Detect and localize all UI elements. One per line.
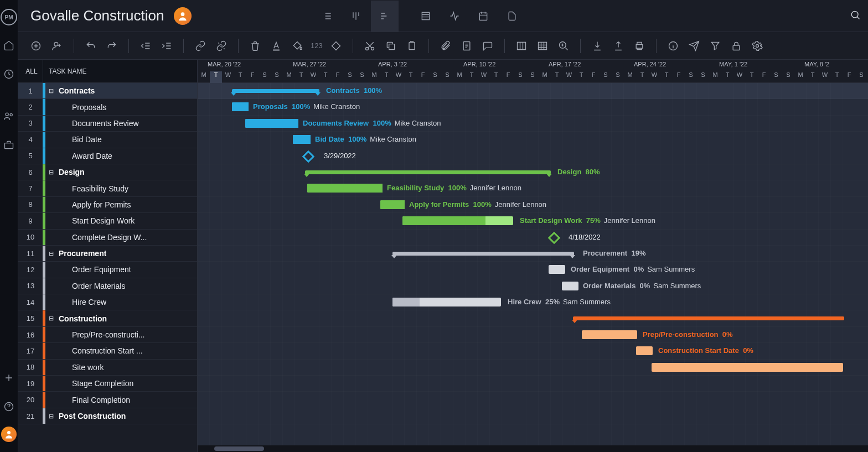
gantt-task-bar[interactable]	[293, 135, 311, 144]
undo-icon[interactable]	[83, 38, 99, 54]
user-avatar-small[interactable]	[1, 427, 17, 442]
gantt-row[interactable]: Feasibility Study 100%Jennifer Lennon	[198, 180, 868, 196]
expand-toggle-icon[interactable]: ⊟	[45, 315, 56, 322]
gantt-task-bar[interactable]	[636, 346, 653, 355]
gantt-row[interactable]: Proposals 100%Mike Cranston	[198, 99, 868, 115]
indent-icon[interactable]	[159, 38, 174, 54]
import-icon[interactable]	[590, 38, 605, 54]
gantt-row[interactable]: Order Materials 0%Sam Summers	[198, 278, 868, 294]
view-activity-icon[interactable]	[441, 1, 468, 32]
gantt-row[interactable]	[198, 392, 868, 408]
gantt-row[interactable]	[198, 376, 868, 392]
gantt-body[interactable]: Contracts 100%Proposals 100%Mike Cransto…	[198, 83, 868, 445]
copy-icon[interactable]	[383, 38, 399, 54]
expand-toggle-icon[interactable]: ⊟	[45, 250, 56, 257]
gantt-task-bar[interactable]	[402, 216, 513, 225]
attach-icon[interactable]	[438, 38, 453, 54]
view-file-icon[interactable]	[498, 1, 526, 32]
task-row[interactable]: 3 Documents Review	[18, 116, 197, 132]
gantt-row[interactable]	[198, 408, 868, 424]
people-icon[interactable]	[0, 107, 18, 125]
search-icon[interactable]	[850, 9, 867, 22]
font-color-icon[interactable]	[268, 38, 284, 54]
gantt-summary-bar[interactable]	[392, 252, 574, 256]
gantt-task-bar[interactable]	[652, 363, 843, 372]
gantt-row[interactable]: Hire Crew 25%Sam Summers	[198, 294, 868, 310]
gantt-task-bar[interactable]	[232, 102, 249, 111]
gantt-row[interactable]	[198, 310, 868, 326]
expand-toggle-icon[interactable]: ⊟	[45, 169, 56, 176]
horizontal-scrollbar[interactable]	[198, 445, 868, 452]
help-icon[interactable]	[0, 398, 18, 415]
redo-icon[interactable]	[104, 38, 120, 54]
task-row[interactable]: 13 Order Materials	[18, 278, 197, 294]
gantt-summary-bar[interactable]	[305, 170, 551, 174]
gantt-summary-bar[interactable]	[232, 89, 319, 93]
columns-icon[interactable]	[514, 38, 529, 54]
col-name[interactable]: TASK NAME	[43, 60, 86, 82]
delete-icon[interactable]	[247, 38, 263, 54]
task-row[interactable]: 2 Proposals	[18, 99, 197, 115]
task-row[interactable]: 20 Final Completion	[18, 392, 197, 408]
gantt-row[interactable]	[198, 360, 868, 376]
task-row[interactable]: 9 Start Design Work	[18, 213, 197, 229]
home-icon[interactable]	[0, 37, 18, 54]
view-list-icon[interactable]	[313, 1, 341, 32]
link-icon[interactable]	[193, 38, 208, 54]
view-sheet-icon[interactable]	[412, 1, 440, 32]
send-icon[interactable]	[686, 38, 702, 54]
gantt-row[interactable]: Order Equipment 0%Sam Summers	[198, 262, 868, 278]
task-row[interactable]: 21 ⊟ Post Construction	[18, 408, 197, 424]
gantt-task-bar[interactable]	[392, 298, 501, 306]
gantt-row[interactable]: Design 80%	[198, 164, 868, 180]
task-row[interactable]: 19 Stage Completion	[18, 376, 197, 392]
gantt-task-bar[interactable]	[562, 282, 578, 290]
add-person-icon[interactable]	[49, 38, 65, 54]
add-task-icon[interactable]	[28, 38, 44, 54]
gantt-row[interactable]: Documents Review 100%Mike Cranston	[198, 116, 868, 132]
grid-icon[interactable]	[535, 38, 550, 54]
gantt-task-bar[interactable]	[549, 265, 565, 274]
fill-icon[interactable]	[290, 38, 305, 54]
gantt-row[interactable]: Bid Date 100%Mike Cranston	[198, 132, 868, 148]
task-row[interactable]: 11 ⊟ Procurement	[18, 246, 197, 262]
gantt-row[interactable]: Contracts 100%	[198, 83, 868, 99]
zoom-icon[interactable]	[556, 38, 571, 54]
filter-icon[interactable]	[707, 38, 723, 54]
task-row[interactable]: 14 Hire Crew	[18, 294, 197, 310]
cut-icon[interactable]	[362, 38, 378, 54]
gantt-row[interactable]: Apply for Permits 100%Jennifer Lennon	[198, 197, 868, 213]
task-row[interactable]: 1 ⊟ Contracts	[18, 83, 197, 99]
task-row[interactable]: 4 Bid Date	[18, 132, 197, 148]
export-icon[interactable]	[611, 38, 626, 54]
task-row[interactable]: 16 Prep/Pre-constructi...	[18, 327, 197, 343]
task-row[interactable]: 10 Complete Design W...	[18, 230, 197, 246]
view-board-icon[interactable]	[342, 1, 370, 32]
info-icon[interactable]	[665, 38, 681, 54]
outdent-icon[interactable]	[138, 38, 153, 54]
project-avatar[interactable]	[174, 7, 192, 25]
task-row[interactable]: 12 Order Equipment	[18, 262, 197, 278]
gantt-row[interactable]: 3/29/2022	[198, 148, 868, 164]
task-row[interactable]: 7 Feasibility Study	[18, 180, 197, 196]
view-calendar-icon[interactable]	[469, 1, 497, 32]
print-icon[interactable]	[632, 38, 647, 54]
note-icon[interactable]	[459, 38, 474, 54]
comment-icon[interactable]	[480, 38, 495, 54]
task-row[interactable]: 8 Apply for Permits	[18, 197, 197, 213]
unlink-icon[interactable]	[214, 38, 229, 54]
settings-icon[interactable]	[750, 38, 765, 54]
briefcase-icon[interactable]	[0, 136, 18, 154]
lock-icon[interactable]	[728, 38, 744, 54]
task-row[interactable]: 5 Award Date	[18, 148, 197, 164]
task-row[interactable]: 6 ⊟ Design	[18, 164, 197, 180]
gantt-task-bar[interactable]	[582, 330, 637, 339]
expand-toggle-icon[interactable]: ⊟	[45, 413, 56, 420]
gantt-row[interactable]: Construction Start Date 0%	[198, 343, 868, 359]
milestone-icon[interactable]	[548, 231, 561, 244]
gantt-row[interactable]: 4/18/2022	[198, 230, 868, 246]
expand-toggle-icon[interactable]: ⊟	[45, 87, 56, 95]
task-row[interactable]: 18 Site work	[18, 360, 197, 376]
task-row[interactable]: 15 ⊟ Construction	[18, 310, 197, 326]
recent-icon[interactable]	[0, 65, 18, 83]
